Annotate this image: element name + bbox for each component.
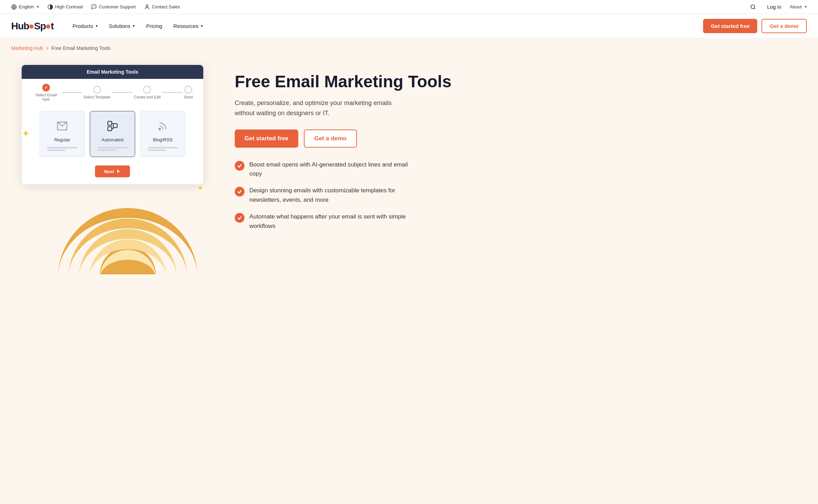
regular-card-lines: [47, 146, 77, 152]
globe-icon: [11, 4, 17, 10]
feature-text-1: Boost email opens with AI-generated subj…: [249, 160, 417, 179]
search-icon: [750, 4, 756, 10]
regular-email-icon: [54, 118, 70, 134]
logo-dot2-icon: [46, 24, 50, 29]
sparkle-icon-2: ✦: [197, 184, 203, 193]
nav-get-started-button[interactable]: Get started free: [703, 19, 757, 33]
nav-right: Get started free Get a demo: [703, 19, 807, 33]
feature-item-1: Boost email opens with AI-generated subj…: [235, 160, 478, 179]
solutions-chevron-icon: ▾: [133, 24, 135, 28]
automated-email-icon: [105, 118, 120, 134]
blogrss-card-lines: [148, 146, 178, 152]
feature-text-2: Design stunning emails with customizable…: [249, 186, 417, 205]
login-link[interactable]: Log in: [767, 4, 781, 10]
svg-point-7: [159, 128, 160, 130]
auto-card-line-1: [97, 147, 127, 148]
resources-chevron-icon: ▾: [201, 24, 203, 28]
blogrss-label: Blog/RSS: [153, 137, 173, 142]
step-label-3: Create and Edit: [134, 95, 160, 99]
feature-list: Boost email opens with AI-generated subj…: [235, 160, 478, 231]
checkmark-1: [237, 163, 242, 168]
svg-rect-5: [108, 127, 112, 131]
page-subtitle: Create, personalize, and optimize your m…: [235, 98, 409, 118]
step-label-1: Select Email type: [32, 93, 60, 101]
person-icon: [144, 4, 150, 10]
logo-dot-icon: [29, 24, 34, 29]
main-nav: HubSpt Products ▾ Solutions ▾ Pricing Re…: [0, 14, 818, 38]
products-chevron-icon: ▾: [96, 24, 98, 28]
step-line-1: [61, 92, 82, 93]
feature-check-icon-3: [235, 213, 244, 223]
step-1: Select Email type: [32, 84, 60, 101]
search-button[interactable]: [750, 4, 756, 10]
nav-solutions[interactable]: Solutions ▾: [104, 20, 140, 32]
feature-text-3: Automate what happens after your email i…: [249, 212, 417, 231]
language-selector[interactable]: English ▾: [11, 4, 39, 10]
step-circle-2: [93, 86, 101, 94]
sparkle-icon-1: ✦: [22, 128, 30, 139]
hero-get-started-button[interactable]: Get started free: [235, 129, 298, 148]
nav-resources[interactable]: Resources ▾: [168, 20, 208, 32]
hubspot-logo[interactable]: HubSpt: [11, 21, 54, 32]
step-circle-4: [184, 86, 192, 94]
step-circle-1: [42, 84, 50, 91]
hero-demo-button[interactable]: Get a demo: [304, 129, 357, 148]
about-link[interactable]: About ▾: [790, 4, 807, 9]
utility-bar: English ▾ High Contrast Customer Support…: [0, 0, 818, 14]
rss-card-line-1: [148, 147, 178, 148]
main-content: ✦ ✦ Email Marketing Tools Select Email t…: [0, 51, 489, 295]
nav-demo-button[interactable]: Get a demo: [761, 19, 807, 33]
email-types-row: Regular: [22, 104, 203, 162]
regular-label: Regular: [54, 137, 70, 142]
card-line-1: [47, 147, 77, 148]
contrast-icon: [48, 4, 53, 10]
rss-email-icon: [155, 118, 170, 134]
checkmark-3: [237, 215, 242, 220]
support-icon: [91, 4, 97, 10]
high-contrast-toggle[interactable]: High Contrast: [48, 4, 83, 10]
email-type-automated[interactable]: Automated: [90, 111, 135, 157]
next-button[interactable]: Next: [95, 165, 130, 177]
breadcrumb-current: Free Email Marketing Tools: [51, 45, 110, 51]
step-circle-3: [143, 86, 151, 94]
mockup-steps-row: Select Email type Select Template Create…: [22, 79, 203, 104]
svg-rect-4: [108, 121, 112, 125]
breadcrumb-parent-link[interactable]: Marketing Hub: [11, 45, 43, 51]
language-chevron-icon: ▾: [37, 5, 39, 9]
step-line-3: [162, 92, 183, 93]
breadcrumb-separator: >: [46, 45, 49, 51]
utility-bar-right: Log in About ▾: [750, 4, 807, 10]
step-3: Create and Edit: [134, 86, 160, 99]
mockup-footer: Next: [22, 162, 203, 184]
nav-products[interactable]: Products ▾: [68, 20, 103, 32]
svg-point-3: [751, 5, 755, 9]
step-2: Select Template: [83, 86, 111, 99]
svg-point-2: [146, 5, 148, 7]
rainbow-decoration: [51, 184, 205, 274]
card-line-2: [47, 149, 65, 151]
utility-bar-left: English ▾ High Contrast Customer Support…: [11, 4, 180, 10]
checkmark-2: [237, 189, 242, 194]
email-mockup-card: Email Marketing Tools Select Email type …: [22, 65, 203, 184]
email-type-blogrss[interactable]: Blog/RSS: [140, 111, 185, 157]
about-chevron-icon: ▾: [805, 5, 807, 9]
feature-check-icon-1: [235, 161, 244, 171]
feature-item-3: Automate what happens after your email i…: [235, 212, 478, 231]
mockup-header: Email Marketing Tools: [22, 65, 203, 79]
customer-support-link[interactable]: Customer Support: [91, 4, 136, 10]
logo-text: HubSpt: [11, 21, 54, 32]
email-type-regular[interactable]: Regular: [39, 111, 85, 157]
automated-card-lines: [97, 146, 127, 152]
rss-card-line-2: [148, 149, 166, 151]
illustration-panel: ✦ ✦ Email Marketing Tools Select Email t…: [11, 65, 214, 274]
contact-sales-link[interactable]: Contact Sales: [144, 4, 180, 10]
page-title: Free Email Marketing Tools: [235, 72, 478, 91]
nav-pricing[interactable]: Pricing: [141, 20, 167, 32]
text-content: Free Email Marketing Tools Create, perso…: [235, 65, 478, 231]
step-line-2: [112, 92, 133, 93]
step-label-4: Send: [184, 95, 193, 99]
nav-links: Products ▾ Solutions ▾ Pricing Resources…: [68, 20, 208, 32]
cta-row: Get started free Get a demo: [235, 129, 478, 148]
automated-label: Automated: [102, 137, 124, 142]
step-label-2: Select Template: [83, 95, 111, 99]
